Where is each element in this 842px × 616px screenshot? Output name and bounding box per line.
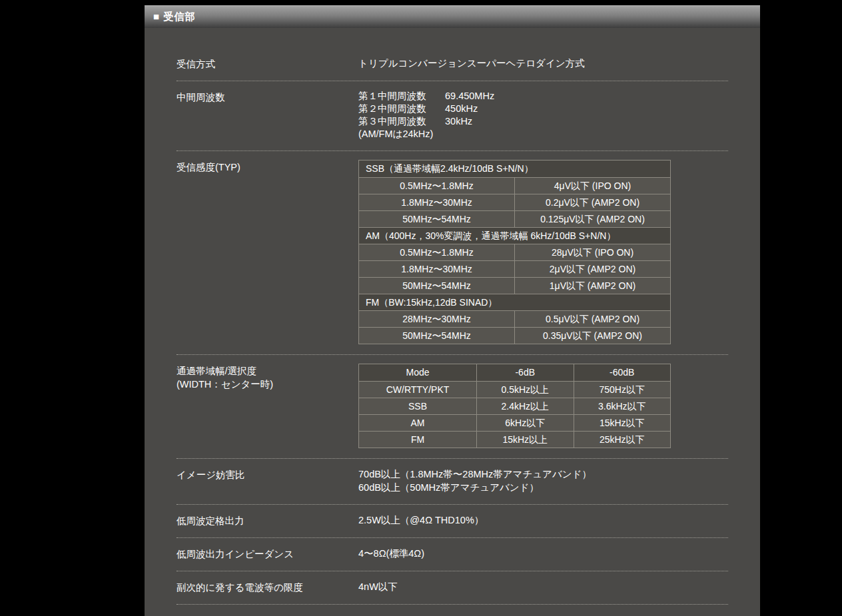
value-6db-cell: 15kHz以上 bbox=[477, 432, 574, 448]
spec-row-reception-method: 受信方式 トリプルコンバージョンスーパーヘテロダイン方式 bbox=[177, 48, 728, 81]
mode-cell: SSB bbox=[359, 398, 477, 414]
sensitivity-section-am: AM（400Hz，30%変調波，通過帯域幅 6kHz/10dB S+N/N） bbox=[359, 227, 670, 244]
freq-range: 1.8MHz〜30MHz bbox=[359, 261, 515, 277]
spec-label-spurious-limit: 副次的に発する電波等の限度 bbox=[177, 580, 358, 594]
spec-value-reception-method: トリプルコンバージョンスーパーヘテロダイン方式 bbox=[358, 57, 728, 70]
spec-panel: ■ 受信部 受信方式 トリプルコンバージョンスーパーヘテロダイン方式 中間周波数… bbox=[145, 0, 760, 616]
sensitivity-row: 0.5MHz〜1.8MHz 28μV以下 (IPO ON) bbox=[359, 244, 670, 260]
freq-range: 50MHz〜54MHz bbox=[359, 278, 515, 294]
selectivity-header-6db: -6dB bbox=[477, 364, 574, 381]
spec-value-sensitivity: SSB（通過帯域幅2.4kHz/10dB S+N/N） 0.5MHz〜1.8MH… bbox=[358, 160, 728, 344]
spec-label-image-rejection: イメージ妨害比 bbox=[177, 467, 358, 481]
value-6db-cell: 0.5kHz以上 bbox=[477, 382, 574, 398]
spec-value-selectivity: Mode -6dB -60dB CW/RTTY/PKT 0.5kHz以上 750… bbox=[358, 364, 728, 448]
sensitivity-row: 50MHz〜54MHz 1μV以下 (AMP2 ON) bbox=[359, 277, 670, 294]
spec-row-selectivity: 通過帯域幅/選択度 (WIDTH：センター時) Mode -6dB -60dB … bbox=[177, 355, 728, 459]
section-title: ■ 受信部 bbox=[153, 11, 195, 23]
value-60db-cell: 25kHz以下 bbox=[574, 432, 671, 448]
value-60db-cell: 15kHz以下 bbox=[574, 415, 671, 431]
selectivity-label-line1: 通過帯域幅/選択度 bbox=[177, 364, 358, 378]
sensitivity-row: 0.5MHz〜1.8MHz 4μV以下 (IPO ON) bbox=[359, 177, 670, 194]
if-value: 450kHz bbox=[445, 103, 478, 115]
selectivity-row: AM 6kHz以下 15kHz以下 bbox=[359, 414, 670, 431]
sensitivity-value: 28μV以下 (IPO ON) bbox=[515, 244, 670, 260]
spec-row-af-output: 低周波定格出力 2.5W以上（@4Ω THD10%） bbox=[177, 505, 728, 538]
sensitivity-value: 0.5μV以下 (AMP2 ON) bbox=[515, 311, 670, 327]
sensitivity-section-fm: FM（BW:15kHz,12dB SINAD） bbox=[359, 294, 670, 310]
spec-value-af-impedance: 4〜8Ω(標準4Ω) bbox=[358, 547, 728, 560]
image-rejection-line1: 70dB以上（1.8MHz帯〜28MHz帯アマチュアバンド） bbox=[358, 467, 728, 481]
selectivity-label-line2: (WIDTH：センター時) bbox=[177, 378, 358, 391]
freq-range: 50MHz〜54MHz bbox=[359, 328, 515, 344]
value-6db-cell: 2.4kHz以上 bbox=[477, 398, 574, 414]
spec-label-sensitivity: 受信感度(TYP) bbox=[177, 160, 358, 174]
sensitivity-value: 0.2μV以下 (AMP2 ON) bbox=[515, 194, 670, 210]
if-frequency-line: 第２中間周波数 450kHz bbox=[358, 103, 728, 115]
spec-value-spurious-limit: 4nW以下 bbox=[358, 580, 728, 593]
sensitivity-row: 1.8MHz〜30MHz 0.2μV以下 (AMP2 ON) bbox=[359, 194, 670, 210]
spec-row-spurious-limit: 副次的に発する電波等の限度 4nW以下 bbox=[177, 571, 728, 605]
spec-value-image-rejection: 70dB以上（1.8MHz帯〜28MHz帯アマチュアバンド） 60dB以上（50… bbox=[358, 467, 728, 494]
spec-label-af-impedance: 低周波出力インピーダンス bbox=[177, 547, 358, 561]
selectivity-header-60db: -60dB bbox=[574, 364, 671, 381]
spec-label-reception-method: 受信方式 bbox=[177, 57, 358, 71]
selectivity-table: Mode -6dB -60dB CW/RTTY/PKT 0.5kHz以上 750… bbox=[358, 364, 671, 448]
spec-row-image-rejection: イメージ妨害比 70dB以上（1.8MHz帯〜28MHz帯アマチュアバンド） 6… bbox=[177, 459, 728, 505]
sensitivity-value: 2μV以下 (AMP2 ON) bbox=[515, 261, 670, 277]
spec-row-af-impedance: 低周波出力インピーダンス 4〜8Ω(標準4Ω) bbox=[177, 538, 728, 571]
spec-value-af-output: 2.5W以上（@4Ω THD10%） bbox=[358, 513, 728, 527]
if-name: 第１中間周波数 bbox=[358, 90, 445, 103]
section-header-bar: ■ 受信部 bbox=[145, 5, 760, 28]
sensitivity-value: 1μV以下 (AMP2 ON) bbox=[515, 278, 670, 294]
if-frequency-line: 第１中間周波数 69.450MHz bbox=[358, 90, 728, 103]
freq-range: 0.5MHz〜1.8MHz bbox=[359, 178, 515, 194]
sensitivity-value: 4μV以下 (IPO ON) bbox=[515, 178, 670, 194]
sensitivity-row: 1.8MHz〜30MHz 2μV以下 (AMP2 ON) bbox=[359, 260, 670, 277]
sensitivity-section-ssb: SSB（通過帯域幅2.4kHz/10dB S+N/N） bbox=[359, 160, 670, 177]
spec-content: 受信方式 トリプルコンバージョンスーパーヘテロダイン方式 中間周波数 第１中間周… bbox=[145, 28, 760, 616]
freq-range: 1.8MHz〜30MHz bbox=[359, 194, 515, 210]
spec-label-selectivity: 通過帯域幅/選択度 (WIDTH：センター時) bbox=[177, 364, 358, 391]
spec-value-if-frequency: 第１中間周波数 69.450MHz 第２中間周波数 450kHz 第３中間周波数… bbox=[358, 90, 728, 141]
spec-row-if-frequency: 中間周波数 第１中間周波数 69.450MHz 第２中間周波数 450kHz 第… bbox=[177, 81, 728, 151]
if-value: 30kHz bbox=[445, 115, 472, 128]
freq-range: 0.5MHz〜1.8MHz bbox=[359, 244, 515, 260]
spec-label-af-output: 低周波定格出力 bbox=[177, 513, 358, 527]
selectivity-header-mode: Mode bbox=[359, 364, 477, 381]
if-value: 69.450MHz bbox=[445, 90, 494, 103]
if-name: 第２中間周波数 bbox=[358, 103, 445, 115]
if-name: 第３中間周波数 bbox=[358, 115, 445, 128]
selectivity-row: CW/RTTY/PKT 0.5kHz以上 750Hz以下 bbox=[359, 381, 670, 398]
mode-cell: CW/RTTY/PKT bbox=[359, 382, 477, 398]
selectivity-row: SSB 2.4kHz以上 3.6kHz以下 bbox=[359, 398, 670, 414]
spec-row-sensitivity: 受信感度(TYP) SSB（通過帯域幅2.4kHz/10dB S+N/N） 0.… bbox=[177, 151, 728, 355]
freq-range: 50MHz〜54MHz bbox=[359, 211, 515, 227]
value-60db-cell: 3.6kHz以下 bbox=[574, 398, 671, 414]
sensitivity-table: SSB（通過帯域幅2.4kHz/10dB S+N/N） 0.5MHz〜1.8MH… bbox=[358, 160, 671, 344]
if-frequency-note: (AM/FMは24kHz) bbox=[358, 128, 728, 141]
spec-label-if-frequency: 中間周波数 bbox=[177, 90, 358, 104]
mode-cell: FM bbox=[359, 432, 477, 448]
sensitivity-value: 0.125μV以下 (AMP2 ON) bbox=[515, 211, 670, 227]
image-rejection-line2: 60dB以上（50MHz帯アマチュアバンド） bbox=[358, 481, 728, 494]
sensitivity-row: 28MHz〜30MHz 0.5μV以下 (AMP2 ON) bbox=[359, 310, 670, 327]
value-60db-cell: 750Hz以下 bbox=[574, 382, 671, 398]
selectivity-row: FM 15kHz以上 25kHz以下 bbox=[359, 431, 670, 448]
sensitivity-row: 50MHz〜54MHz 0.35μV以下 (AMP2 ON) bbox=[359, 327, 670, 344]
selectivity-header-row: Mode -6dB -60dB bbox=[359, 364, 670, 381]
value-6db-cell: 6kHz以下 bbox=[477, 415, 574, 431]
freq-range: 28MHz〜30MHz bbox=[359, 311, 515, 327]
if-frequency-line: 第３中間周波数 30kHz bbox=[358, 115, 728, 128]
sensitivity-row: 50MHz〜54MHz 0.125μV以下 (AMP2 ON) bbox=[359, 210, 670, 227]
sensitivity-value: 0.35μV以下 (AMP2 ON) bbox=[515, 328, 670, 344]
mode-cell: AM bbox=[359, 415, 477, 431]
